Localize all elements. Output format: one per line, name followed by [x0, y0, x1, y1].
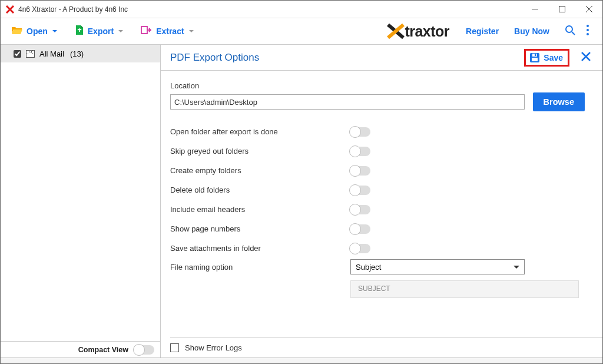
naming-preview: SUBJECT: [350, 280, 579, 298]
browse-button[interactable]: Browse: [533, 92, 585, 111]
maximize-button[interactable]: [548, 1, 575, 18]
folder-label: All Mail: [39, 49, 64, 58]
svg-point-7: [587, 25, 589, 27]
open-label: Open: [26, 27, 48, 36]
register-link[interactable]: Register: [466, 27, 499, 36]
buynow-link[interactable]: Buy Now: [514, 27, 549, 36]
window-title: 4n6 Xtraxtor - A Product by 4n6 Inc: [18, 5, 128, 14]
file-export-icon: [75, 25, 84, 38]
sidebar: All Mail (13) Compact View: [1, 45, 161, 358]
extract-label: Extract: [156, 27, 184, 36]
app-icon: [5, 5, 15, 14]
close-button[interactable]: [575, 1, 602, 18]
naming-label: File naming option: [170, 263, 350, 272]
sidebar-item-all-mail[interactable]: All Mail (13): [1, 45, 160, 62]
open-menu[interactable]: Open: [11, 25, 57, 37]
option-toggle-save-attachments[interactable]: [350, 244, 370, 253]
compact-view-bar: Compact View: [1, 341, 160, 358]
chevron-down-icon: [52, 30, 57, 32]
mail-icon: [26, 50, 35, 58]
chevron-down-icon: [513, 266, 519, 269]
show-errors-label: Show Error Logs: [185, 343, 242, 352]
extract-icon: [141, 25, 153, 37]
search-icon[interactable]: [565, 25, 575, 38]
location-label: Location: [170, 81, 585, 90]
svg-point-9: [587, 33, 589, 35]
option-toggle-page-numbers[interactable]: [350, 224, 370, 234]
svg-point-8: [587, 29, 589, 31]
option-toggle-skip-greyed[interactable]: [350, 147, 370, 156]
option-toggle-open-folder[interactable]: [350, 127, 370, 137]
chevron-down-icon: [118, 30, 123, 32]
toolbar: Open Export Extract traxtor Register Buy…: [1, 18, 602, 45]
brand-text: traxtor: [405, 23, 449, 40]
option-label: Create empty folders: [170, 166, 350, 175]
save-icon: [529, 52, 540, 63]
minimize-button[interactable]: [521, 1, 548, 18]
statusbar: [1, 358, 602, 363]
compact-view-label: Compact View: [78, 346, 128, 354]
svg-rect-1: [559, 6, 565, 12]
svg-rect-4: [141, 27, 147, 34]
svg-rect-13: [535, 54, 536, 56]
svg-point-5: [566, 26, 572, 32]
export-menu[interactable]: Export: [75, 25, 123, 38]
location-input[interactable]: [170, 94, 525, 110]
panel-title: PDF Export Options: [170, 52, 259, 64]
option-label: Delete old folders: [170, 186, 350, 194]
folder-open-icon: [11, 25, 23, 37]
option-toggle-delete-old[interactable]: [350, 186, 370, 195]
folder-checkbox[interactable]: [14, 50, 21, 58]
chevron-down-icon: [189, 30, 194, 32]
titlebar: 4n6 Xtraxtor - A Product by 4n6 Inc: [1, 1, 602, 18]
compact-view-toggle[interactable]: [134, 345, 154, 355]
extract-menu[interactable]: Extract: [141, 25, 193, 37]
folder-count: (13): [70, 49, 84, 58]
svg-rect-11: [532, 58, 538, 61]
option-label: Include email headers: [170, 205, 350, 214]
close-panel-button[interactable]: [580, 51, 592, 65]
option-toggle-include-headers[interactable]: [350, 205, 370, 214]
naming-value: Subject: [356, 263, 381, 272]
naming-select[interactable]: Subject: [350, 259, 525, 274]
svg-line-6: [572, 32, 575, 35]
export-label: Export: [88, 27, 114, 36]
content-panel: PDF Export Options Save Location Browse …: [161, 45, 602, 358]
option-label: Open folder after export is done: [170, 127, 350, 136]
save-label: Save: [544, 53, 563, 62]
option-toggle-create-empty[interactable]: [350, 166, 370, 176]
option-label: Skip greyed out folders: [170, 147, 350, 155]
save-button[interactable]: Save: [524, 49, 569, 67]
brand-logo: traxtor: [387, 23, 449, 40]
option-label: Save attachments in folder: [170, 244, 350, 253]
show-errors-checkbox[interactable]: [170, 343, 179, 352]
option-label: Show page numbers: [170, 224, 350, 233]
more-icon[interactable]: [586, 24, 589, 38]
